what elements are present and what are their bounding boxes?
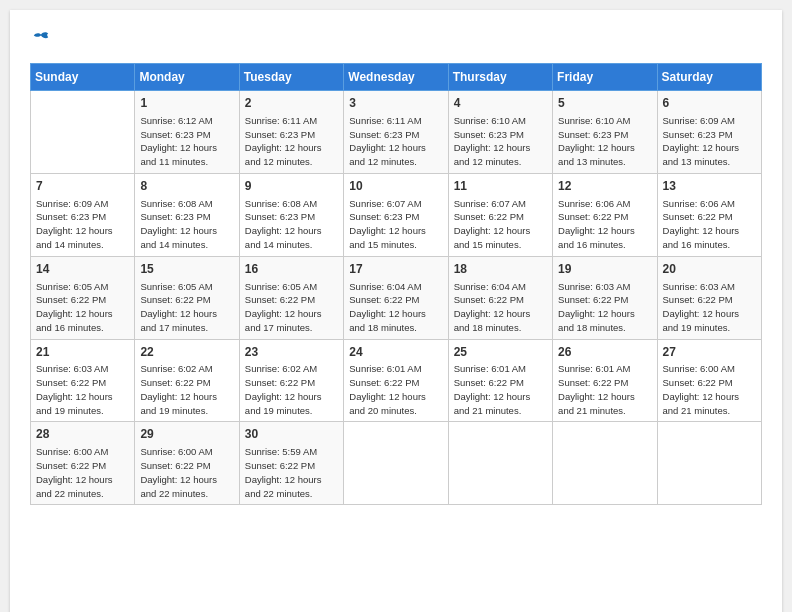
day-number: 6 bbox=[663, 95, 756, 112]
day-info: Sunrise: 6:08 AM Sunset: 6:23 PM Dayligh… bbox=[140, 197, 233, 252]
day-info: Sunrise: 6:03 AM Sunset: 6:22 PM Dayligh… bbox=[558, 280, 651, 335]
day-info: Sunrise: 6:10 AM Sunset: 6:23 PM Dayligh… bbox=[558, 114, 651, 169]
day-info: Sunrise: 6:11 AM Sunset: 6:23 PM Dayligh… bbox=[245, 114, 338, 169]
day-info: Sunrise: 6:04 AM Sunset: 6:22 PM Dayligh… bbox=[349, 280, 442, 335]
day-number: 24 bbox=[349, 344, 442, 361]
calendar-day-cell bbox=[657, 422, 761, 505]
day-number: 23 bbox=[245, 344, 338, 361]
calendar-day-cell: 12Sunrise: 6:06 AM Sunset: 6:22 PM Dayli… bbox=[553, 173, 657, 256]
day-header-saturday: Saturday bbox=[657, 64, 761, 91]
day-number: 29 bbox=[140, 426, 233, 443]
day-info: Sunrise: 6:01 AM Sunset: 6:22 PM Dayligh… bbox=[349, 362, 442, 417]
day-header-monday: Monday bbox=[135, 64, 239, 91]
calendar-day-cell: 26Sunrise: 6:01 AM Sunset: 6:22 PM Dayli… bbox=[553, 339, 657, 422]
header bbox=[30, 30, 762, 48]
calendar-day-cell: 28Sunrise: 6:00 AM Sunset: 6:22 PM Dayli… bbox=[31, 422, 135, 505]
day-info: Sunrise: 6:07 AM Sunset: 6:22 PM Dayligh… bbox=[454, 197, 547, 252]
day-info: Sunrise: 6:04 AM Sunset: 6:22 PM Dayligh… bbox=[454, 280, 547, 335]
day-header-sunday: Sunday bbox=[31, 64, 135, 91]
calendar-day-cell: 24Sunrise: 6:01 AM Sunset: 6:22 PM Dayli… bbox=[344, 339, 448, 422]
day-number: 13 bbox=[663, 178, 756, 195]
day-header-friday: Friday bbox=[553, 64, 657, 91]
day-info: Sunrise: 6:12 AM Sunset: 6:23 PM Dayligh… bbox=[140, 114, 233, 169]
calendar-container: SundayMondayTuesdayWednesdayThursdayFrid… bbox=[10, 10, 782, 612]
day-number: 16 bbox=[245, 261, 338, 278]
calendar-table: SundayMondayTuesdayWednesdayThursdayFrid… bbox=[30, 63, 762, 505]
calendar-day-cell: 20Sunrise: 6:03 AM Sunset: 6:22 PM Dayli… bbox=[657, 256, 761, 339]
day-header-tuesday: Tuesday bbox=[239, 64, 343, 91]
calendar-day-cell: 3Sunrise: 6:11 AM Sunset: 6:23 PM Daylig… bbox=[344, 91, 448, 174]
day-number: 19 bbox=[558, 261, 651, 278]
calendar-day-cell: 18Sunrise: 6:04 AM Sunset: 6:22 PM Dayli… bbox=[448, 256, 552, 339]
day-info: Sunrise: 6:05 AM Sunset: 6:22 PM Dayligh… bbox=[36, 280, 129, 335]
day-number: 11 bbox=[454, 178, 547, 195]
day-number: 7 bbox=[36, 178, 129, 195]
calendar-day-cell: 7Sunrise: 6:09 AM Sunset: 6:23 PM Daylig… bbox=[31, 173, 135, 256]
day-number: 9 bbox=[245, 178, 338, 195]
day-info: Sunrise: 6:01 AM Sunset: 6:22 PM Dayligh… bbox=[558, 362, 651, 417]
day-info: Sunrise: 6:02 AM Sunset: 6:22 PM Dayligh… bbox=[140, 362, 233, 417]
day-info: Sunrise: 6:00 AM Sunset: 6:22 PM Dayligh… bbox=[36, 445, 129, 500]
calendar-day-cell: 5Sunrise: 6:10 AM Sunset: 6:23 PM Daylig… bbox=[553, 91, 657, 174]
day-info: Sunrise: 6:06 AM Sunset: 6:22 PM Dayligh… bbox=[663, 197, 756, 252]
day-number: 4 bbox=[454, 95, 547, 112]
calendar-week-row: 14Sunrise: 6:05 AM Sunset: 6:22 PM Dayli… bbox=[31, 256, 762, 339]
day-info: Sunrise: 6:08 AM Sunset: 6:23 PM Dayligh… bbox=[245, 197, 338, 252]
day-info: Sunrise: 6:07 AM Sunset: 6:23 PM Dayligh… bbox=[349, 197, 442, 252]
day-number: 12 bbox=[558, 178, 651, 195]
calendar-header-row: SundayMondayTuesdayWednesdayThursdayFrid… bbox=[31, 64, 762, 91]
calendar-day-cell bbox=[448, 422, 552, 505]
calendar-day-cell: 19Sunrise: 6:03 AM Sunset: 6:22 PM Dayli… bbox=[553, 256, 657, 339]
logo-bird-icon bbox=[32, 30, 50, 48]
day-info: Sunrise: 5:59 AM Sunset: 6:22 PM Dayligh… bbox=[245, 445, 338, 500]
day-info: Sunrise: 6:09 AM Sunset: 6:23 PM Dayligh… bbox=[663, 114, 756, 169]
calendar-week-row: 1Sunrise: 6:12 AM Sunset: 6:23 PM Daylig… bbox=[31, 91, 762, 174]
day-number: 10 bbox=[349, 178, 442, 195]
calendar-day-cell: 23Sunrise: 6:02 AM Sunset: 6:22 PM Dayli… bbox=[239, 339, 343, 422]
day-header-thursday: Thursday bbox=[448, 64, 552, 91]
calendar-day-cell: 8Sunrise: 6:08 AM Sunset: 6:23 PM Daylig… bbox=[135, 173, 239, 256]
day-number: 20 bbox=[663, 261, 756, 278]
calendar-week-row: 7Sunrise: 6:09 AM Sunset: 6:23 PM Daylig… bbox=[31, 173, 762, 256]
calendar-day-cell: 22Sunrise: 6:02 AM Sunset: 6:22 PM Dayli… bbox=[135, 339, 239, 422]
calendar-day-cell: 30Sunrise: 5:59 AM Sunset: 6:22 PM Dayli… bbox=[239, 422, 343, 505]
day-number: 22 bbox=[140, 344, 233, 361]
calendar-day-cell: 29Sunrise: 6:00 AM Sunset: 6:22 PM Dayli… bbox=[135, 422, 239, 505]
day-number: 8 bbox=[140, 178, 233, 195]
calendar-day-cell: 25Sunrise: 6:01 AM Sunset: 6:22 PM Dayli… bbox=[448, 339, 552, 422]
day-number: 26 bbox=[558, 344, 651, 361]
calendar-day-cell bbox=[31, 91, 135, 174]
day-number: 5 bbox=[558, 95, 651, 112]
calendar-day-cell: 27Sunrise: 6:00 AM Sunset: 6:22 PM Dayli… bbox=[657, 339, 761, 422]
day-number: 2 bbox=[245, 95, 338, 112]
day-info: Sunrise: 6:06 AM Sunset: 6:22 PM Dayligh… bbox=[558, 197, 651, 252]
day-number: 17 bbox=[349, 261, 442, 278]
calendar-day-cell: 17Sunrise: 6:04 AM Sunset: 6:22 PM Dayli… bbox=[344, 256, 448, 339]
logo bbox=[30, 30, 50, 48]
calendar-day-cell bbox=[344, 422, 448, 505]
calendar-day-cell: 10Sunrise: 6:07 AM Sunset: 6:23 PM Dayli… bbox=[344, 173, 448, 256]
day-info: Sunrise: 6:00 AM Sunset: 6:22 PM Dayligh… bbox=[663, 362, 756, 417]
day-number: 14 bbox=[36, 261, 129, 278]
calendar-week-row: 28Sunrise: 6:00 AM Sunset: 6:22 PM Dayli… bbox=[31, 422, 762, 505]
day-info: Sunrise: 6:03 AM Sunset: 6:22 PM Dayligh… bbox=[36, 362, 129, 417]
day-info: Sunrise: 6:05 AM Sunset: 6:22 PM Dayligh… bbox=[140, 280, 233, 335]
calendar-day-cell bbox=[553, 422, 657, 505]
day-number: 30 bbox=[245, 426, 338, 443]
day-info: Sunrise: 6:03 AM Sunset: 6:22 PM Dayligh… bbox=[663, 280, 756, 335]
calendar-day-cell: 14Sunrise: 6:05 AM Sunset: 6:22 PM Dayli… bbox=[31, 256, 135, 339]
calendar-day-cell: 6Sunrise: 6:09 AM Sunset: 6:23 PM Daylig… bbox=[657, 91, 761, 174]
calendar-day-cell: 11Sunrise: 6:07 AM Sunset: 6:22 PM Dayli… bbox=[448, 173, 552, 256]
calendar-day-cell: 2Sunrise: 6:11 AM Sunset: 6:23 PM Daylig… bbox=[239, 91, 343, 174]
calendar-day-cell: 15Sunrise: 6:05 AM Sunset: 6:22 PM Dayli… bbox=[135, 256, 239, 339]
calendar-day-cell: 21Sunrise: 6:03 AM Sunset: 6:22 PM Dayli… bbox=[31, 339, 135, 422]
day-info: Sunrise: 6:02 AM Sunset: 6:22 PM Dayligh… bbox=[245, 362, 338, 417]
day-number: 21 bbox=[36, 344, 129, 361]
day-number: 18 bbox=[454, 261, 547, 278]
day-number: 27 bbox=[663, 344, 756, 361]
day-number: 25 bbox=[454, 344, 547, 361]
day-info: Sunrise: 6:01 AM Sunset: 6:22 PM Dayligh… bbox=[454, 362, 547, 417]
day-header-wednesday: Wednesday bbox=[344, 64, 448, 91]
calendar-day-cell: 4Sunrise: 6:10 AM Sunset: 6:23 PM Daylig… bbox=[448, 91, 552, 174]
day-number: 3 bbox=[349, 95, 442, 112]
